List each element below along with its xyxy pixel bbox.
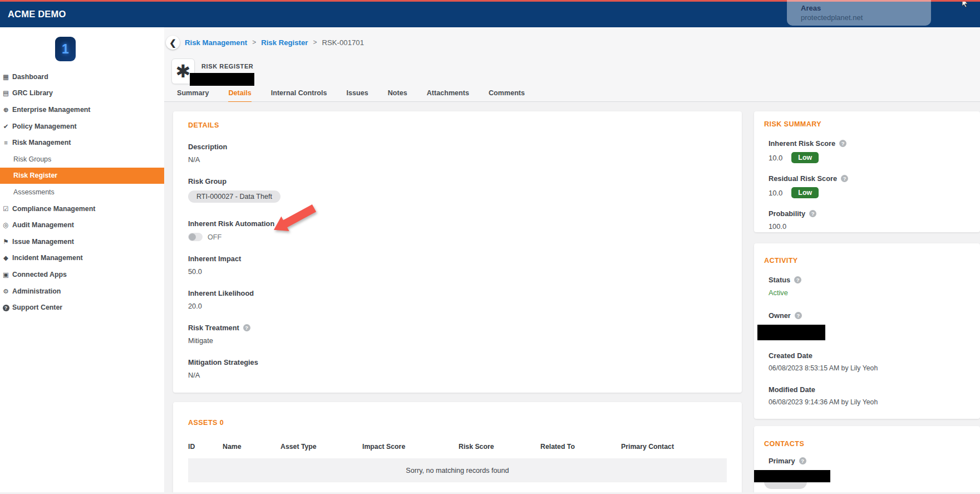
tab-notes[interactable]: Notes <box>388 89 407 103</box>
audit-icon: ◎ <box>2 221 9 229</box>
contacts-title: CONTACTS <box>764 440 974 448</box>
help-icon[interactable]: ? <box>841 175 848 182</box>
status-label: Status <box>769 276 790 284</box>
toggle-state-label: OFF <box>208 233 221 241</box>
sidebar-item-label: Risk Register <box>13 172 57 179</box>
enterprise-icon: ⊕ <box>2 106 9 114</box>
sidebar-item-compliance-management[interactable]: ☑Compliance Management <box>0 200 164 217</box>
tab-details[interactable]: Details <box>228 89 251 103</box>
sidebar: 1 ▦Dashboard ▤GRC Library ⊕Enterprise Ma… <box>0 27 164 492</box>
sidebar-item-label: Issue Management <box>12 238 74 246</box>
tab-bar: Summary Details Internal Controls Issues… <box>177 89 980 103</box>
redacted-owner-value <box>757 325 825 340</box>
inherent-impact-value: 50.0 <box>188 267 727 276</box>
risk-management-icon: ≡ <box>2 139 9 146</box>
sidebar-item-policy-management[interactable]: ✔Policy Management <box>0 118 164 135</box>
residual-risk-score-value: 10.0 <box>769 189 782 197</box>
column-header-primary-contact: Primary Contact <box>621 443 727 451</box>
inherent-likelihood-value: 20.0 <box>188 302 727 310</box>
sidebar-item-administration[interactable]: ⚙Administration <box>0 283 164 300</box>
contacts-card: CONTACTS Primary? <box>754 426 980 492</box>
brand-title: ACME DEMO <box>8 9 66 19</box>
risk-treatment-value: Mitigate <box>188 336 727 345</box>
tab-comments[interactable]: Comments <box>489 89 525 103</box>
help-icon[interactable]: ? <box>799 457 806 464</box>
column-header-id: ID <box>188 443 223 451</box>
residual-risk-badge: Low <box>791 187 819 198</box>
sidebar-item-label: Policy Management <box>12 123 77 130</box>
inherent-risk-badge: Low <box>791 152 819 163</box>
help-icon[interactable]: ? <box>795 312 802 319</box>
sidebar-item-label: Compliance Management <box>12 205 95 213</box>
sidebar-item-label: Dashboard <box>12 73 48 81</box>
column-header-asset-type: Asset Type <box>280 443 362 451</box>
activity-card: ACTIVITY Status? Active Owner? Created D… <box>754 243 980 419</box>
risk-treatment-label: Risk Treatment <box>188 324 239 332</box>
tab-issues[interactable]: Issues <box>346 89 368 103</box>
help-icon[interactable]: ? <box>809 210 816 217</box>
incident-icon: ◆ <box>2 254 9 262</box>
description-label: Description <box>188 143 727 151</box>
sidebar-item-risk-management[interactable]: ≡Risk Management <box>0 134 164 151</box>
sidebar-item-label: Incident Management <box>12 254 83 262</box>
assets-card: ASSETS 0 ID Name Asset Type Impact Score… <box>173 402 742 492</box>
tab-summary[interactable]: Summary <box>177 89 209 103</box>
risk-group-chip[interactable]: RTI-000027 - Data Theft <box>188 190 280 203</box>
tooltip-url: protectedplanet.net <box>801 13 931 22</box>
inherent-risk-automation-toggle[interactable] <box>188 233 203 241</box>
inherent-impact-label: Inherent Impact <box>188 255 727 263</box>
tab-attachments[interactable]: Attachments <box>427 89 469 103</box>
grc-library-icon: ▤ <box>2 89 9 97</box>
sidebar-item-assessments[interactable]: Assessments <box>0 184 164 200</box>
tab-internal-controls[interactable]: Internal Controls <box>271 89 327 103</box>
sidebar-item-support-center[interactable]: ?Support Center <box>0 299 164 316</box>
created-date-value: 06/08/2023 8:53:15 AM by Lily Yeoh <box>769 364 974 372</box>
details-card: DETAILS Description N/A Risk Group RTI-0… <box>173 111 742 393</box>
inherent-risk-score-label: Inherent Risk Score <box>769 139 835 148</box>
help-icon[interactable]: ? <box>794 276 801 283</box>
activity-title: ACTIVITY <box>764 257 974 265</box>
sidebar-item-connected-apps[interactable]: ▣Connected Apps <box>0 266 164 283</box>
risk-summary-title: RISK SUMMARY <box>764 120 974 128</box>
inherent-risk-score-value: 10.0 <box>769 154 782 162</box>
sidebar-item-risk-register[interactable]: Risk Register <box>0 168 164 184</box>
help-icon[interactable]: ? <box>243 324 250 331</box>
sidebar-item-label: Enterprise Management <box>12 106 90 114</box>
breadcrumb-risk-management[interactable]: Risk Management <box>185 38 247 47</box>
sidebar-item-label: Assessments <box>13 188 55 196</box>
probability-value: 100.0 <box>769 222 974 231</box>
sidebar-nav: ▦Dashboard ▤GRC Library ⊕Enterprise Mana… <box>0 69 164 316</box>
policy-icon: ✔ <box>2 123 9 130</box>
issue-flag-icon: ⚑ <box>2 238 9 246</box>
breadcrumb-separator: > <box>313 38 317 46</box>
sidebar-item-dashboard[interactable]: ▦Dashboard <box>0 69 164 85</box>
breadcrumb-risk-register[interactable]: Risk Register <box>261 38 308 47</box>
risk-summary-card: RISK SUMMARY Inherent Risk Score? 10.0 L… <box>754 111 980 232</box>
tooltip-title: Areas <box>801 3 931 13</box>
redacted-primary-contact <box>754 470 830 482</box>
sidebar-item-label: Audit Management <box>12 221 74 229</box>
primary-contact-label: Primary <box>769 457 795 465</box>
column-header-risk-score: Risk Score <box>459 443 540 451</box>
residual-risk-score-label: Residual Risk Score <box>769 174 837 183</box>
redacted-record-name <box>190 73 254 86</box>
connected-apps-icon: ▣ <box>2 271 9 278</box>
dashboard-icon: ▦ <box>2 73 9 81</box>
back-button[interactable]: ❮ <box>166 36 180 50</box>
record-type-label: RISK REGISTER <box>201 63 254 70</box>
app-logo: 1 <box>55 37 76 61</box>
breadcrumb-separator: > <box>252 38 256 46</box>
sidebar-item-risk-groups[interactable]: Risk Groups <box>0 151 164 168</box>
sidebar-item-issue-management[interactable]: ⚑Issue Management <box>0 233 164 250</box>
sidebar-item-incident-management[interactable]: ◆Incident Management <box>0 250 164 267</box>
sidebar-item-enterprise-management[interactable]: ⊕Enterprise Management <box>0 101 164 118</box>
probability-label: Probability <box>769 209 805 218</box>
sidebar-item-grc-library[interactable]: ▤GRC Library <box>0 85 164 102</box>
sidebar-item-audit-management[interactable]: ◎Audit Management <box>0 217 164 233</box>
column-header-impact-score: Impact Score <box>362 443 459 451</box>
gear-icon: ⚙ <box>2 287 9 295</box>
help-icon[interactable]: ? <box>839 140 846 147</box>
column-header-name: Name <box>223 443 280 451</box>
created-date-label: Created Date <box>769 351 974 360</box>
mitigation-strategies-label: Mitigation Strategies <box>188 358 727 366</box>
